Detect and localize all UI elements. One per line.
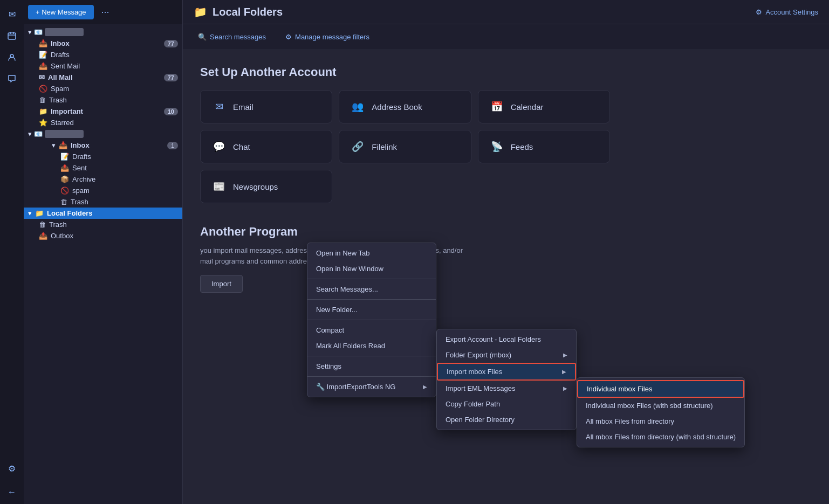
lf-trash-icon: 🗑 [39,220,46,229]
sub1-open-dir[interactable]: Open Folder Directory [437,412,576,427]
sub1-import-eml[interactable]: Import EML Messages ▶ [437,381,576,396]
ctx-compact[interactable]: Compact [307,322,436,338]
main-toolbar: 🔍 Search messages ⚙ Manage message filte… [183,24,829,50]
import-section: Another Program you import mail messages… [200,225,812,293]
spam2-icon: 🚫 [60,187,69,195]
folder-allmail[interactable]: ✉ All Mail 77 [24,72,182,83]
trash2-icon: 🗑 [60,198,67,206]
folder-important[interactable]: 📁 Important 10 [24,106,182,117]
ctx-new-folder[interactable]: New Folder... [307,302,436,317]
filter-icon: ⚙ [285,33,292,41]
sub1-import-mbox[interactable]: Import mbox Files ▶ [437,363,576,381]
folder-starred[interactable]: ⭐ Starred [24,117,182,128]
ctx-sep1 [307,279,436,279]
calendar-card[interactable]: 📅 Calendar [478,90,610,123]
chevron-lf: ▾ [28,209,32,217]
sub1-copy-path[interactable]: Copy Folder Path [437,396,576,412]
calendar-icon[interactable] [2,26,22,45]
folder-trash1[interactable]: 🗑 Trash [24,94,182,106]
local-folders-icon: 📁 [35,209,44,217]
account2-row[interactable]: ▾ 📧 [24,128,182,140]
folder-sentmail[interactable]: 📤 Sent Mail [24,60,182,72]
sub2-individual-mbox[interactable]: Individual mbox Files [577,380,744,398]
settings-icon2: ⚙ [756,8,762,16]
chat-card[interactable]: 💬 Chat [200,130,332,163]
spam-icon: 🚫 [39,85,47,93]
feeds-card[interactable]: 📡 Feeds [478,130,610,163]
folder-sent2[interactable]: 📤 Sent [24,162,182,174]
chat-icon[interactable] [2,69,22,88]
chevron-right-icon2: ▶ [563,352,567,358]
more-button[interactable]: ··· [97,4,114,20]
setup-section-title: Set Up Another Account [200,65,812,79]
addressbook-card[interactable]: 👥 Address Book [339,90,471,123]
sidebar: + New Message ··· ▾ 📧 📥 Inbox 77 📝 Draft… [24,0,183,504]
inbox-icon: 📥 [39,39,47,47]
sub2-all-mbox-dir-sbd[interactable]: All mbox Files from directory (with sbd … [577,429,744,445]
important-badge: 10 [164,108,178,115]
settings-icon[interactable]: ⚙ [2,459,22,478]
ctx-mark-all-read[interactable]: Mark All Folders Read [307,338,436,354]
chevron-right-icon: ▶ [423,384,427,390]
inbox-badge: 77 [164,40,178,47]
important-icon: 📁 [39,107,47,115]
ctx-sep2 [307,299,436,300]
ctx-open-new-tab[interactable]: Open in New Tab [307,245,436,261]
new-message-button[interactable]: + New Message [28,5,94,19]
account2-icon: 📧 [34,130,43,138]
folder-archive2[interactable]: 📦 Archive [24,174,182,185]
calendar-card-icon: 📅 [489,99,504,114]
submenu1: Export Account - Local Folders Folder Ex… [436,329,577,430]
ctx-open-new-window[interactable]: Open in New Window [307,261,436,277]
folder-tree: ▾ 📧 📥 Inbox 77 📝 Drafts 📤 Sent Mail ✉ Al… [24,24,182,504]
search-icon: 🔍 [198,33,207,41]
ctx-search-messages[interactable]: Search Messages... [307,281,436,297]
addressbook-card-icon: 👥 [350,99,365,114]
folder-trash2[interactable]: 🗑 Trash [24,196,182,208]
main-header-left: 📁 Local Folders [194,5,283,18]
chevron-down-icon: ▾ [28,28,32,36]
sub1-folder-export[interactable]: Folder Export (mbox) ▶ [437,347,576,363]
feeds-card-icon: 📡 [489,139,504,154]
account1-icon: 📧 [34,28,43,36]
main-panel: 📁 Local Folders ⚙ Account Settings 🔍 Sea… [183,0,829,504]
sub1-export-account[interactable]: Export Account - Local Folders [437,332,576,347]
search-messages-button[interactable]: 🔍 Search messages [194,31,270,43]
folder-drafts1[interactable]: 📝 Drafts [24,49,182,60]
newsgroups-card[interactable]: 📰 Newsgroups [200,170,332,203]
sub2-individual-mbox-sbd[interactable]: Individual mbox Files (with sbd structur… [577,398,744,413]
ctx-importexport[interactable]: 🔧 ImportExportTools NG ▶ [307,379,436,395]
account1-label [45,28,84,36]
filelink-card[interactable]: 🔗 Filelink [339,130,471,163]
sub2-all-mbox-dir[interactable]: All mbox Files from directory [577,413,744,429]
lf-outbox-row[interactable]: 📤 Outbox [24,230,182,241]
local-folders-row[interactable]: ▾ 📁 Local Folders [24,208,182,219]
folder-spam2[interactable]: 🚫 spam [24,185,182,196]
sidebar-toolbar: + New Message ··· [24,0,182,24]
drafts-icon: 📝 [39,51,47,59]
ctx-sep3 [307,320,436,320]
manage-filters-button[interactable]: ⚙ Manage message filters [281,31,374,43]
trash-icon: 🗑 [39,96,46,104]
import-button[interactable]: Import [200,275,243,293]
folder-inbox1[interactable]: 📥 Inbox 77 [24,38,182,49]
email-icon[interactable]: ✉ [2,4,22,24]
chevron-inbox2: ▾ [52,141,56,149]
account1-row[interactable]: ▾ 📧 [24,26,182,38]
account2-label [45,130,84,138]
icon-rail: ✉ ⚙ ← [0,0,24,504]
account-settings-button[interactable]: ⚙ Account Settings [756,8,818,16]
account-type-cards: ✉ Email 👥 Address Book 📅 Calendar 💬 Chat… [200,90,610,203]
lf-trash-row[interactable]: 🗑 Trash [24,219,182,230]
contacts-icon[interactable] [2,47,22,67]
ctx-settings[interactable]: Settings [307,358,436,374]
account2-expand[interactable]: ▾ 📥 Inbox 1 [24,140,182,151]
sent-icon: 📤 [39,62,47,70]
folder-drafts2[interactable]: 📝 Drafts [24,151,182,162]
folder-spam1[interactable]: 🚫 Spam [24,83,182,94]
chevron-right-icon3: ▶ [562,369,566,375]
chevron-down-icon2: ▾ [28,130,32,138]
email-card[interactable]: ✉ Email [200,90,332,123]
collapse-icon[interactable]: ← [2,482,22,502]
page-title: Local Folders [213,6,283,18]
